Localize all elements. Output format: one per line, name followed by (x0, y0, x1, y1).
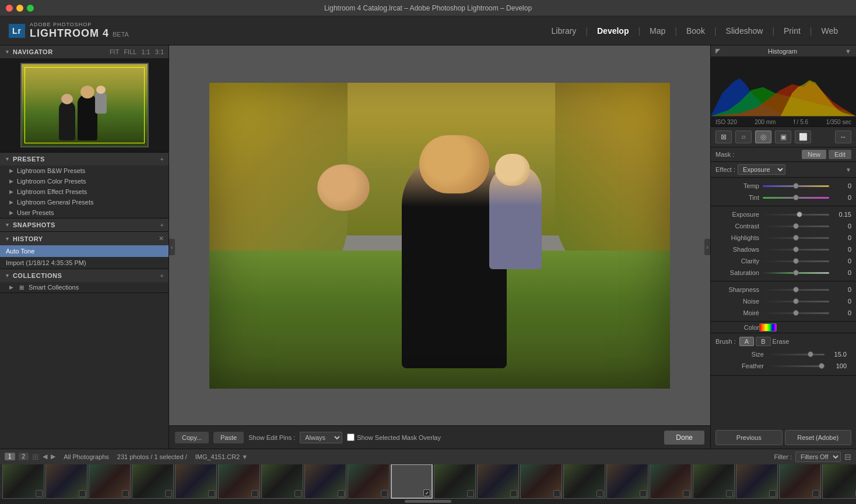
nav-web[interactable]: Web (812, 16, 847, 45)
heal-tool[interactable]: ○ (735, 131, 752, 143)
preset-color[interactable]: ▶ Lightroom Color Presets (0, 176, 169, 186)
previous-button[interactable]: Previous (715, 430, 783, 445)
film-thumb-12[interactable] (477, 464, 519, 499)
film-thumb-6[interactable] (218, 464, 260, 499)
smart-collections-item[interactable]: ▶ ⊞ Smart Collections (0, 282, 169, 292)
history-item-autotone[interactable]: Auto Tone (0, 245, 169, 257)
film-thumb-1[interactable] (2, 464, 44, 499)
highlights-slider-thumb[interactable] (793, 235, 799, 241)
minimize-button[interactable] (16, 5, 23, 12)
right-panel-collapse-arrow[interactable]: › (704, 239, 710, 255)
film-thumb-17[interactable] (693, 464, 735, 499)
nav-map[interactable]: Map (640, 16, 675, 45)
film-thumb-9[interactable] (348, 464, 390, 499)
zoom-fit[interactable]: FIT (110, 48, 120, 55)
film-thumb-20[interactable] (822, 464, 856, 499)
crop-tool[interactable]: ⊠ (715, 131, 732, 143)
nav-develop[interactable]: Develop (588, 16, 638, 45)
filmstrip-filter-select[interactable]: Filters Off Flagged Rated (795, 452, 841, 462)
filmstrip-expand-icon[interactable]: ⊟ (844, 452, 851, 461)
temp-slider-track[interactable] (763, 185, 829, 187)
filmstrip-next-arrow[interactable]: ▶ (51, 453, 55, 460)
film-thumb-14[interactable] (563, 464, 605, 499)
contrast-slider-track[interactable] (763, 225, 829, 227)
film-thumb-7[interactable] (261, 464, 303, 499)
film-thumb-19[interactable] (779, 464, 821, 499)
window-controls[interactable] (6, 5, 34, 12)
saturation-slider-thumb[interactable] (793, 270, 799, 276)
filmstrip-page-1[interactable]: 1 (5, 453, 15, 460)
mask-overlay-label[interactable]: Show Selected Mask Overlay (347, 433, 441, 441)
nav-print[interactable]: Print (774, 16, 810, 45)
zoom-fill[interactable]: FILL (124, 48, 136, 55)
history-header[interactable]: ▼ History ✕ (0, 232, 169, 245)
reset-button[interactable]: Reset (Adobe) (785, 430, 852, 445)
sharpness-slider-track[interactable] (763, 289, 829, 291)
film-thumb-4[interactable] (132, 464, 174, 499)
moire-slider-thumb[interactable] (793, 310, 799, 316)
film-thumb-5[interactable] (175, 464, 217, 499)
brush-a-button[interactable]: A (739, 337, 754, 346)
color-swatch[interactable] (759, 323, 777, 332)
saturation-slider-track[interactable] (763, 272, 829, 274)
clarity-slider-track[interactable] (763, 260, 829, 262)
snapshots-header[interactable]: ▼ Snapshots + (0, 218, 169, 231)
before-after-tool[interactable]: ↔ (835, 131, 851, 143)
effect-select[interactable]: Exposure Brightness Contrast (738, 164, 785, 175)
film-thumb-16[interactable] (650, 464, 692, 499)
preset-general[interactable]: ▶ Lightroom General Presets (0, 197, 169, 207)
film-thumb-13[interactable] (520, 464, 562, 499)
left-panel-collapse-arrow[interactable]: ‹ (169, 239, 175, 255)
redeye-tool[interactable]: ◎ (755, 131, 771, 143)
presets-header[interactable]: ▼ Presets + (0, 153, 169, 165)
filmstrip-prev-arrow[interactable]: ◀ (43, 453, 47, 460)
mask-overlay-checkbox[interactable] (347, 433, 355, 441)
preset-user[interactable]: ▶ User Presets (0, 207, 169, 218)
done-button[interactable]: Done (664, 431, 704, 445)
nav-book[interactable]: Book (677, 16, 714, 45)
brush-feather-track[interactable] (767, 365, 825, 367)
snapshots-add-icon[interactable]: + (160, 221, 164, 228)
brush-tool[interactable]: ⬜ (795, 131, 811, 143)
exposure-slider-track[interactable] (763, 214, 829, 216)
highlights-slider-track[interactable] (763, 237, 829, 239)
noise-slider-thumb[interactable] (793, 298, 799, 304)
paste-button[interactable]: Paste (213, 432, 244, 443)
sharpness-slider-thumb[interactable] (793, 287, 799, 292)
show-edit-pins-select[interactable]: Always Never Selected (300, 432, 342, 443)
presets-add-icon[interactable]: + (160, 156, 164, 163)
filmstrip-grid-icon[interactable]: ⊞ (32, 452, 39, 461)
filmstrip-filename-arrow[interactable]: ▼ (241, 453, 248, 460)
tint-slider-track[interactable] (763, 197, 829, 199)
collections-header[interactable]: ▼ Collections + (0, 269, 169, 282)
film-thumb-18[interactable] (736, 464, 778, 499)
film-thumb-15[interactable] (606, 464, 648, 499)
main-image-container[interactable] (169, 45, 710, 425)
brush-erase-label[interactable]: Erase (773, 338, 790, 345)
navigator-header[interactable]: ▼ Navigator FIT FILL 1:1 3:1 (0, 45, 169, 58)
filmstrip-scroll-thumb[interactable] (405, 500, 451, 503)
nav-slideshow[interactable]: Slideshow (717, 16, 773, 45)
copy-button[interactable]: Copy... (175, 432, 209, 443)
collections-add-icon[interactable]: + (160, 272, 164, 279)
film-thumb-3[interactable] (89, 464, 131, 499)
brush-b-button[interactable]: B (756, 337, 770, 346)
shadows-slider-track[interactable] (763, 249, 829, 251)
maximize-button[interactable] (27, 5, 34, 12)
contrast-slider-thumb[interactable] (793, 223, 799, 229)
gradient-tool[interactable]: ▣ (775, 131, 791, 143)
close-button[interactable] (6, 5, 13, 12)
tint-slider-thumb[interactable] (793, 195, 799, 200)
history-clear-icon[interactable]: ✕ (159, 235, 164, 242)
preset-bw[interactable]: ▶ Lightroom B&W Presets (0, 165, 169, 176)
film-thumb-11[interactable] (434, 464, 476, 499)
zoom-3-1[interactable]: 3:1 (155, 48, 164, 55)
filmstrip-page-2[interactable]: 2 (19, 453, 29, 460)
brush-size-track[interactable] (767, 354, 825, 355)
film-thumb-10-selected[interactable]: ✓ (391, 464, 433, 499)
temp-slider-thumb[interactable] (793, 183, 799, 189)
mask-new-button[interactable]: New (802, 150, 826, 159)
film-thumb-2[interactable] (45, 464, 87, 499)
shadows-slider-thumb[interactable] (793, 246, 799, 252)
history-item-import[interactable]: Import (1/18/12 4:35:35 PM) (0, 257, 169, 269)
